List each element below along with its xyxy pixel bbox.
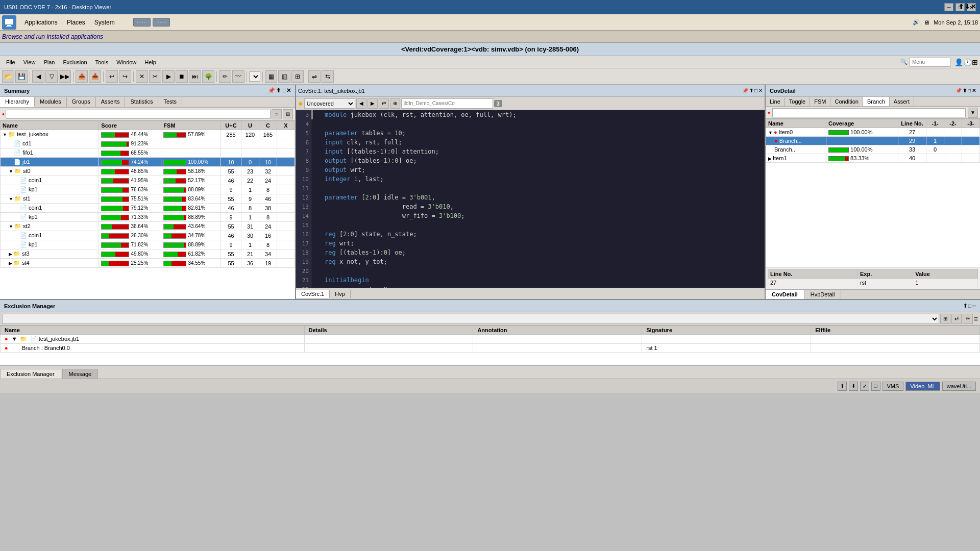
scope-select[interactable] [249, 71, 260, 82]
search-text-input[interactable] [401, 98, 493, 109]
next-btn[interactable]: ▶ [368, 98, 378, 109]
menu-tools[interactable]: Tools [91, 58, 113, 66]
table-row[interactable]: 📄coin1 41.95% 52.17%462224 [1, 176, 295, 185]
import-button[interactable]: 📥 [89, 70, 101, 83]
menu-plan[interactable]: Plan [39, 58, 59, 66]
covdetail-float-icon[interactable]: ⬆ [963, 88, 967, 93]
expand-btn[interactable]: ⬆ [838, 382, 847, 391]
menu-exclusion[interactable]: Exclusion [59, 58, 91, 66]
back-button[interactable]: ◀ [32, 70, 44, 83]
save-button[interactable]: 💾 [15, 70, 28, 83]
tab-asserts[interactable]: Asserts [96, 97, 126, 107]
tree-button[interactable]: 🌳 [202, 70, 214, 83]
tree-view-btn[interactable]: ⊞ [283, 109, 293, 119]
minimize-button[interactable]: ─ [944, 3, 953, 11]
filter-button[interactable]: ▽ [45, 70, 58, 83]
ctab-branch[interactable]: Branch [863, 97, 890, 106]
source-pin-icon[interactable]: 📌 [742, 88, 748, 93]
monitor-btn3[interactable]: ⊞ [291, 70, 304, 83]
excl-btn1[interactable]: ⊞ [940, 314, 950, 324]
taskbar-btn-1[interactable]: ⋯⋯ [133, 18, 151, 27]
menu-places[interactable]: Places [63, 18, 89, 27]
delete-button[interactable]: ✕ [136, 70, 148, 83]
undo-button[interactable]: ↩ [106, 70, 118, 83]
link-btn1[interactable]: ⇌ [308, 70, 321, 83]
monitor-btn1[interactable]: ▦ [265, 70, 277, 83]
table-row[interactable]: ●Branch...291 [766, 137, 980, 145]
menu-view[interactable]: View [19, 58, 40, 66]
table-row[interactable]: 📄coin1 26.30% 34.78%463016 [1, 231, 295, 240]
taskbar-btn-2[interactable]: ⋯⋯ [153, 18, 170, 27]
collapse-btn[interactable]: ⬇ [849, 382, 858, 391]
maximize-btn[interactable]: □ [871, 382, 880, 391]
source-float-icon[interactable]: ⬆ [749, 88, 753, 93]
excl-max-icon[interactable]: □ [968, 303, 971, 309]
status-waveutil-btn[interactable]: waveUti... [942, 382, 976, 391]
menu-search-input[interactable] [910, 58, 950, 67]
src-tab-hvp[interactable]: Hvp [330, 290, 351, 298]
table-row[interactable]: 📄cd1 91.23% [1, 139, 295, 148]
table-row[interactable]: 📄kp1 71.82% 88.89%918 [1, 240, 295, 249]
btab-exclusion[interactable]: Exclusion Manager [0, 369, 61, 379]
table-row[interactable]: 📄coin1 79.12% 82.61%46838 [1, 204, 295, 213]
collapse-icon[interactable]: ⬇ [965, 3, 970, 10]
table-row[interactable]: 📄kp1 71.33% 88.89%918 [1, 213, 295, 222]
table-row[interactable]: ▼📁st2 36.64% 43.64%553124 [1, 222, 295, 231]
table-row[interactable]: ● ▼ 📁 📄test_jukebox.jb1 [1, 335, 980, 344]
hierarchy-filter-input[interactable] [6, 110, 271, 119]
covdetail-pin-icon[interactable]: 📌 [955, 88, 962, 93]
filter-select[interactable]: Uncovered [304, 98, 355, 109]
src-tab-covsrc[interactable]: CovSrc.1 [296, 290, 330, 298]
step-button[interactable]: ⏭ [189, 70, 201, 83]
table-row[interactable]: 📄kp1 76.63% 88.89%918 [1, 185, 295, 194]
close-icon[interactable]: ✕ [971, 3, 976, 10]
btab-message[interactable]: Message [62, 369, 99, 379]
menu-window[interactable]: Window [112, 58, 140, 66]
ctab-fsm[interactable]: FSM [810, 97, 830, 106]
covdetail-close-icon[interactable]: ✕ [972, 88, 976, 93]
covdetail-filter-input[interactable] [772, 108, 966, 117]
table-row[interactable]: 📄jb1 74.24% 100.00%10010 [1, 158, 295, 167]
exclusion-filter-select[interactable] [2, 314, 939, 324]
sync-btn[interactable]: ⇄ [379, 98, 389, 109]
ctab-assert[interactable]: Assert [890, 97, 914, 106]
source-code-area[interactable]: 3module jukebox (clk, rst, attention, oe… [296, 110, 765, 288]
redo-button[interactable]: ↪ [119, 70, 131, 83]
link-btn2[interactable]: ⇆ [322, 70, 334, 83]
table-row[interactable]: ▼●Item0 100.00%27 [766, 128, 980, 137]
edit-button[interactable]: ✏ [219, 70, 231, 83]
menu-help[interactable]: Help [140, 58, 160, 66]
stop-button[interactable]: ⏹ [176, 70, 188, 83]
list-view-btn[interactable]: ≡ [272, 109, 282, 119]
excl-min-icon[interactable]: ─ [972, 303, 976, 309]
wave-button[interactable]: 〰 [232, 70, 244, 83]
menu-applications[interactable]: Applications [20, 18, 62, 27]
prev-btn[interactable]: ◀ [356, 98, 366, 109]
table-row[interactable]: ▼📁st0 48.85% 58.18%552332 [1, 167, 295, 176]
expand-all-btn[interactable]: ⤢ [860, 382, 869, 391]
summary-float-icon[interactable]: ⬆ [276, 87, 281, 94]
covdetail-filter-btn[interactable]: ▼ [968, 108, 978, 118]
table-row[interactable]: ● Branch : Branch0.0rst 1 [1, 344, 980, 353]
summary-close-icon[interactable]: ✕ [286, 87, 291, 94]
tab-groups[interactable]: Groups [67, 97, 96, 107]
menu-system[interactable]: System [90, 18, 119, 27]
excl-float-icon[interactable]: ⬆ [963, 303, 967, 309]
cross-btn[interactable]: ⊕ [390, 98, 400, 109]
menu-file[interactable]: File [2, 58, 19, 66]
ctab-condition[interactable]: Condition [830, 97, 863, 106]
forward-button[interactable]: ▶▶ [59, 70, 71, 83]
tab-statistics[interactable]: Statistics [125, 97, 158, 107]
covdetail-max-icon[interactable]: □ [968, 88, 971, 93]
tab-modules[interactable]: Modules [35, 97, 67, 107]
table-row[interactable]: ▼📁st1 75.51% 83.64%55946 [1, 194, 295, 204]
tab-tests[interactable]: Tests [158, 97, 182, 107]
table-row[interactable]: Branch... 100.00%330 [766, 145, 980, 154]
monitor-btn2[interactable]: ▥ [278, 70, 290, 83]
source-close-icon[interactable]: ✕ [758, 88, 763, 93]
table-row[interactable]: ▶📁st4 25.25% 34.55%553619 [1, 259, 295, 268]
export-button[interactable]: 📤 [76, 70, 88, 83]
open-button[interactable]: 📂 [2, 70, 14, 83]
excl-btn3[interactable]: ✏ [963, 314, 973, 324]
source-max-icon[interactable]: □ [754, 88, 757, 93]
